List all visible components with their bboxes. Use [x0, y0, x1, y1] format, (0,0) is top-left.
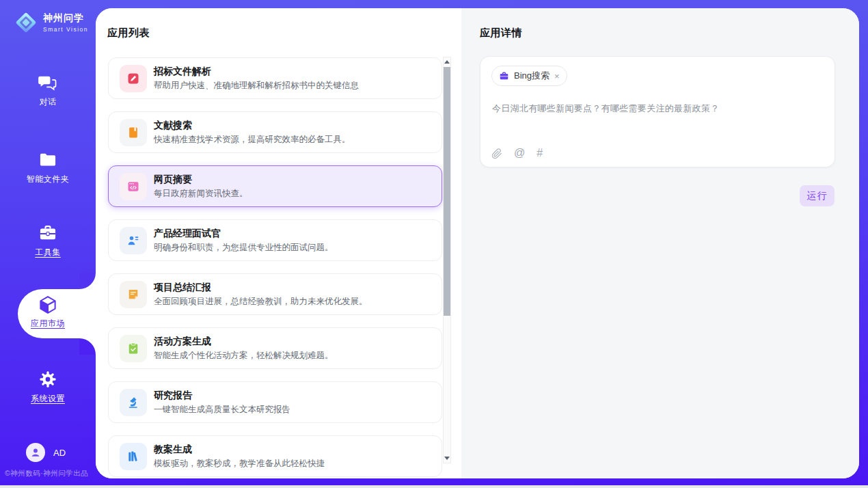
chat-icon [0, 73, 96, 94]
app-card-desc: 智能生成个性化活动方案，轻松解决规划难题。 [154, 350, 334, 362]
app-card-title: 网页摘要 [154, 174, 192, 186]
sidebar: 神州问学 Smart Vision 对话 智能文件夹 [0, 0, 96, 485]
triangle-up-icon [444, 60, 450, 64]
app-card-title: 活动方案生成 [154, 336, 211, 348]
sidebar-item-settings[interactable]: 系统设置 [0, 370, 96, 405]
input-toolbar: @ # [491, 147, 543, 159]
close-icon[interactable]: × [554, 72, 560, 81]
books-icon [120, 443, 147, 470]
user-name: AD [53, 448, 66, 458]
app-card-desc: 全面回顾项目进展，总结经验教训，助力未来优化发展。 [154, 296, 368, 308]
sidebar-item-label: 系统设置 [31, 393, 65, 405]
briefcase-icon [499, 70, 509, 82]
sidebar-item-app-market[interactable]: 应用市场 [0, 295, 96, 329]
scroll-down-button[interactable] [444, 454, 450, 463]
brand-name: 神州问学 [43, 12, 88, 25]
sidebar-item-label: 工具集 [35, 247, 61, 258]
app-card-lesson-plan[interactable]: 教案生成 模板驱动，教案秒成，教学准备从此轻松快捷 [108, 435, 442, 477]
app-detail-title: 应用详情 [480, 27, 522, 40]
scrollbar-thumb[interactable] [444, 67, 450, 316]
tool-tag-label: Bing搜索 [514, 70, 550, 82]
app-card-desc: 一键智能生成高质量长文本研究报告 [154, 404, 290, 416]
app-card-research-report[interactable]: 研究报告 一键智能生成高质量长文本研究报告 [108, 381, 442, 423]
gear-icon [0, 370, 96, 390]
query-input[interactable]: 今日湖北有哪些新闻要点？有哪些需要关注的最新政策？ [492, 103, 820, 115]
interviewer-icon [120, 227, 147, 254]
toolbox-icon [0, 223, 96, 244]
clipboard-check-icon [120, 335, 147, 362]
memo-icon [120, 281, 147, 308]
run-button[interactable]: 运行 [800, 185, 835, 206]
app-card-title: 项目总结汇报 [154, 282, 211, 294]
browser-code-icon [120, 173, 147, 200]
app-card-event-plan[interactable]: 活动方案生成 智能生成个性化活动方案，轻松解决规划难题。 [108, 327, 442, 369]
app-card-project-summary[interactable]: 项目总结汇报 全面回顾项目进展，总结经验教训，助力未来优化发展。 [108, 273, 442, 315]
app-card-desc: 帮助用户快速、准确地理解和解析招标书中的关键信息 [154, 80, 359, 92]
paperclip-icon[interactable] [491, 147, 502, 159]
prompt-card: Bing搜索 × 今日湖北有哪些新闻要点？有哪些需要关注的最新政策？ @ # [480, 56, 835, 167]
app-list-panel: 应用列表 招标文件解析 帮助用户快速、准确地理解和解析招标书中的关键信息 [96, 8, 461, 478]
scroll-up-button[interactable] [444, 57, 450, 66]
at-icon[interactable]: @ [514, 147, 525, 159]
app-detail-panel: 应用详情 Bing搜索 × 今日湖北有哪些新闻要点？有哪些需要关注的最新政策？ [461, 8, 859, 478]
content-area: 应用列表 招标文件解析 帮助用户快速、准确地理解和解析招标书中的关键信息 [96, 8, 859, 478]
diamond-logo-icon [14, 10, 38, 35]
app-card-title: 产品经理面试官 [154, 228, 221, 240]
book-icon [120, 119, 147, 146]
sidebar-item-label: 智能文件夹 [27, 174, 70, 185]
sidebar-item-toolset[interactable]: 工具集 [0, 223, 96, 258]
brand-logo: 神州问学 Smart Vision [14, 10, 88, 35]
sidebar-item-label: 应用市场 [31, 318, 65, 329]
sidebar-item-chat[interactable]: 对话 [0, 73, 96, 108]
avatar [26, 443, 45, 462]
sidebar-item-smart-folder[interactable]: 智能文件夹 [0, 150, 96, 185]
edit-square-icon [120, 65, 147, 92]
user-menu[interactable]: AD [26, 443, 66, 462]
app-card-desc: 模板驱动，教案秒成，教学准备从此轻松快捷 [154, 458, 325, 470]
cube-icon [0, 295, 96, 315]
app-card-bid-parsing[interactable]: 招标文件解析 帮助用户快速、准确地理解和解析招标书中的关键信息 [108, 57, 442, 99]
app-card-title: 文献搜索 [154, 120, 192, 132]
hash-icon[interactable]: # [537, 147, 543, 159]
app-card-web-summary[interactable]: 网页摘要 每日政府新闻资讯快查。 [108, 165, 442, 207]
app-card-title: 招标文件解析 [154, 66, 211, 78]
app-card-title: 教案生成 [154, 444, 192, 456]
list-scrollbar[interactable] [443, 57, 451, 463]
microscope-icon [120, 389, 147, 416]
app-card-desc: 快速精准查找学术资源，提高研究效率的必备工具。 [154, 134, 351, 146]
copyright-text: ©神州数码·神州问学出品 [0, 469, 103, 478]
app-card-desc: 每日政府新闻资讯快查。 [154, 188, 248, 200]
triangle-down-icon [444, 457, 450, 460]
brand-subtitle: Smart Vision [43, 26, 88, 33]
app-card-desc: 明确身份和职责，为您提供专业性的面试问题。 [154, 242, 334, 254]
app-card-title: 研究报告 [154, 390, 192, 402]
app-card-pm-interviewer[interactable]: 产品经理面试官 明确身份和职责，为您提供专业性的面试问题。 [108, 219, 442, 261]
app-list-title: 应用列表 [107, 27, 150, 40]
tool-tag-bing-search[interactable]: Bing搜索 × [491, 66, 567, 86]
sidebar-item-label: 对话 [40, 96, 57, 108]
app-card-literature-search[interactable]: 文献搜索 快速精准查找学术资源，提高研究效率的必备工具。 [108, 111, 442, 153]
app-card-list: 招标文件解析 帮助用户快速、准确地理解和解析招标书中的关键信息 文献搜索 快速精… [108, 57, 442, 478]
folder-icon [0, 150, 96, 171]
app-window: 神州问学 Smart Vision 对话 智能文件夹 [0, 0, 868, 485]
